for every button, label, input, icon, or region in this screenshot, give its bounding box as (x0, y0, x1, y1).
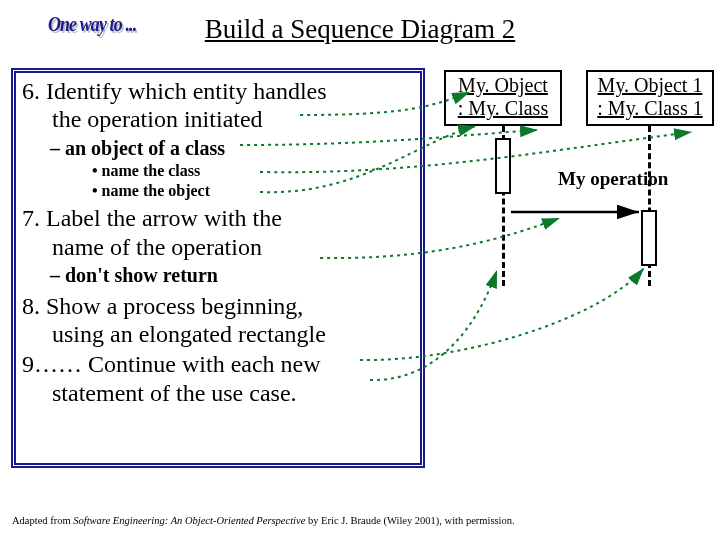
operation-label: My operation (558, 168, 668, 190)
step-8: 8. Show a process beginning, using an el… (22, 292, 412, 349)
step-7-line1: 7. Label the arrow with the (22, 205, 282, 231)
object-2-class: : My. Class 1 (592, 97, 708, 120)
step-6-bullet-1: name the class (22, 161, 412, 182)
page-title: Build a Sequence Diagram 2 (205, 14, 515, 45)
logo-text: One way to ... (48, 12, 136, 37)
step-6-line1: 6. Identify which entity handles (22, 78, 327, 104)
footer-book: Software Engineering: An Object-Oriented… (73, 515, 305, 526)
object-1-class: : My. Class (450, 97, 556, 120)
step-7-sub: don't show return (22, 263, 412, 288)
object-1-name: My. Object (450, 74, 556, 97)
footer-citation: Adapted from Software Engineering: An Ob… (12, 515, 515, 526)
step-8-line1: 8. Show a process beginning, (22, 293, 303, 319)
footer-prefix: Adapted from (12, 515, 73, 526)
step-9-line1: 9…… Continue with each new (22, 351, 321, 377)
object-box-1: My. Object : My. Class (444, 70, 562, 126)
step-9-line2: statement of the use case. (22, 379, 412, 407)
title-bar: One way to ... Build a Sequence Diagram … (0, 14, 720, 45)
instruction-panel: 6. Identify which entity handles the ope… (11, 68, 425, 468)
step-6-sub: an object of a class (22, 136, 412, 161)
step-6-bullet-2: name the object (22, 181, 412, 202)
object-box-2: My. Object 1 : My. Class 1 (586, 70, 714, 126)
step-8-line2: using an elongated rectangle (22, 320, 412, 348)
object-2-name: My. Object 1 (592, 74, 708, 97)
activation-bar-1 (495, 138, 511, 194)
activation-bar-2 (641, 210, 657, 266)
step-7: 7. Label the arrow with the name of the … (22, 204, 412, 261)
step-6-line2: the operation initiated (22, 105, 412, 133)
step-6: 6. Identify which entity handles the ope… (22, 77, 412, 134)
step-7-line2: name of the operation (22, 233, 412, 261)
footer-suffix: by Eric J. Braude (Wiley 2001), with per… (305, 515, 514, 526)
step-9: 9…… Continue with each new statement of … (22, 350, 412, 407)
